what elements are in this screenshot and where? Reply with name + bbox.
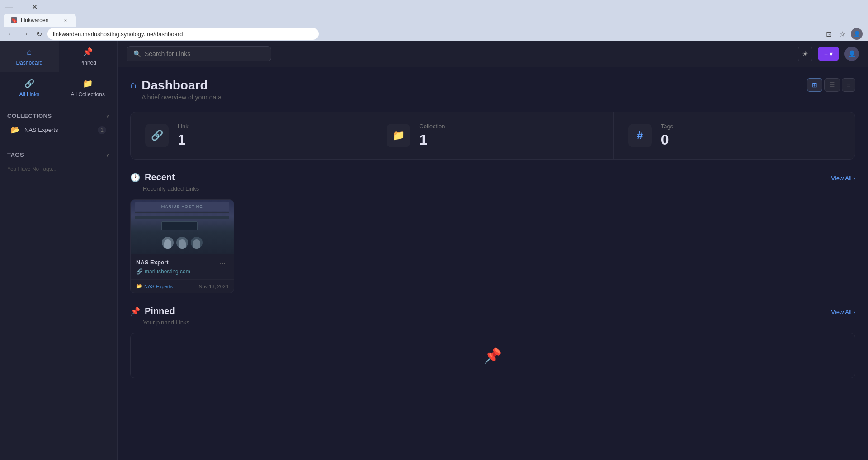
thumbnail-avatars [162, 237, 203, 249]
collection-folder-icon: 📂 [11, 126, 20, 134]
card-url: 🔗 mariushosting.com [136, 268, 228, 275]
main-content: 🔍 Search for Links ☀ + ▾ 👤 ⌂ Dashboard A… [118, 41, 868, 460]
collection-icon-small: 📂 [136, 283, 142, 289]
tags-section-header[interactable]: Tags ∨ [0, 149, 117, 161]
recent-heading: 🕐 Recent [130, 172, 175, 183]
window-restore-btn[interactable]: □ [18, 1, 26, 13]
thumbnail-image: MARIUS·HOSTING [131, 200, 234, 254]
window-close-btn[interactable]: ✕ [30, 1, 39, 13]
recent-cards-row: MARIUS·HOSTING [130, 199, 855, 293]
collections-chevron-icon: ∨ [106, 113, 110, 119]
sidebar-pinned-label: Pinned [80, 60, 96, 66]
pinned-icon: 📌 [130, 306, 140, 316]
page-header-text: Dashboard A brief overview of your data [142, 78, 222, 101]
browser-tab-active[interactable]: 🔖 Linkwarden × [4, 14, 76, 27]
stat-collections: 📁 Collection 1 [372, 112, 613, 159]
collection-count-badge: 1 [98, 126, 106, 134]
browser-title-bar: — □ ✕ [0, 0, 868, 14]
sidebar-all-links-label: All Links [19, 91, 39, 98]
link-card-nas-expert[interactable]: MARIUS·HOSTING [130, 199, 234, 293]
collections-section-title: Collections [7, 113, 52, 119]
tags-section-title: Tags [7, 151, 24, 158]
stat-tags-icon: # [628, 124, 652, 147]
recent-subtitle: Recently added Links [143, 185, 855, 192]
thumbnail-divider [135, 212, 229, 213]
pinned-view-all-btn[interactable]: View All › [831, 309, 855, 315]
browser-chrome: — □ ✕ 🔖 Linkwarden × ← → ↻ linkwarden.ma… [0, 0, 868, 41]
reload-btn[interactable]: ↻ [34, 28, 44, 40]
card-date: Nov 13, 2024 [199, 284, 228, 289]
tags-section: Tags ∨ You Have No Tags... [0, 143, 117, 182]
stat-link-value: 1 [178, 131, 189, 148]
stat-tags-label: Tags [661, 123, 673, 130]
link-small-icon: 🔗 [136, 268, 143, 275]
sidebar-item-all-collections[interactable]: 📁 All Collections [59, 72, 118, 104]
recent-clock-icon: 🕐 [130, 173, 140, 183]
sidebar: ⌂ Dashboard 📌 Pinned 🔗 All Links 📁 All C… [0, 41, 118, 460]
theme-toggle-btn[interactable]: ☀ [798, 47, 812, 61]
collections-section: Collections ∨ 📂 NAS Experts 1 [0, 104, 117, 143]
stat-collection-value: 1 [419, 131, 445, 148]
stat-link-label: Link [178, 123, 189, 130]
pinned-section: 📌 Pinned View All › Your pinned Links 📌 [130, 306, 855, 378]
pinned-heading: 📌 Pinned [130, 306, 175, 316]
app-container: ⌂ Dashboard 📌 Pinned 🔗 All Links 📁 All C… [0, 41, 868, 460]
topbar-actions: ☀ + ▾ 👤 [798, 47, 859, 61]
sidebar-item-all-links[interactable]: 🔗 All Links [0, 72, 59, 104]
recent-section: 🕐 Recent View All › Recently added Links [130, 172, 855, 293]
card-title: NAS Expert [136, 259, 169, 266]
address-bar-row: ← → ↻ linkwarden.mariushosting.synology.… [0, 27, 868, 41]
search-bar[interactable]: 🔍 Search for Links [127, 46, 271, 61]
search-icon: 🔍 [133, 50, 141, 57]
sidebar-item-dashboard[interactable]: ⌂ Dashboard [0, 41, 59, 72]
browser-actions: ⊡ ☆ 👤 [824, 28, 863, 40]
stat-collection-icon: 📁 [387, 124, 410, 147]
view-controls: ⊞ ☰ ≡ [807, 78, 855, 92]
home-icon: ⌂ [27, 47, 32, 57]
collections-section-header[interactable]: Collections ∨ [0, 110, 117, 122]
link-icon: 🔗 [24, 79, 34, 89]
page-header: ⌂ Dashboard A brief overview of your dat… [130, 78, 855, 101]
view-compact-btn[interactable]: ≡ [842, 78, 855, 92]
user-avatar[interactable]: 👤 [844, 47, 859, 61]
page-title: Dashboard [142, 78, 222, 93]
stat-links: 🔗 Link 1 [131, 112, 372, 159]
tab-favicon-icon: 🔖 [11, 17, 17, 23]
no-tags-text: You Have No Tags... [7, 166, 57, 172]
stat-link-icon: 🔗 [145, 124, 169, 147]
card-footer: 📂 NAS Experts Nov 13, 2024 [131, 279, 234, 293]
card-menu-btn[interactable]: ··· [217, 258, 228, 268]
browser-profile-avatar[interactable]: 👤 [851, 28, 863, 40]
add-btn[interactable]: + ▾ [818, 47, 839, 61]
back-btn[interactable]: ← [5, 28, 16, 40]
stat-link-info: Link 1 [178, 123, 189, 148]
address-bar[interactable]: linkwarden.mariushosting.synology.me/das… [47, 28, 319, 40]
pinned-chevron-right-icon: › [854, 309, 855, 315]
stat-tags-info: Tags 0 [661, 123, 673, 148]
forward-btn[interactable]: → [20, 28, 31, 40]
bookmark-btn[interactable]: ☆ [837, 28, 847, 40]
search-placeholder-text: Search for Links [145, 50, 190, 57]
large-pin-icon: 📌 [484, 347, 502, 364]
sidebar-nav-grid: ⌂ Dashboard 📌 Pinned 🔗 All Links 📁 All C… [0, 41, 117, 104]
screen-share-btn[interactable]: ⊡ [824, 28, 834, 40]
tab-close-btn[interactable]: × [62, 17, 69, 23]
user-avatar-icon: 👤 [848, 50, 856, 57]
window-minimize-btn[interactable]: — [4, 1, 14, 13]
card-body: NAS Expert ··· 🔗 mariushosting.com [131, 254, 234, 279]
folder-icon: 📁 [83, 79, 93, 89]
thumbnail-bar [161, 221, 198, 230]
collection-name: NAS Experts [24, 127, 93, 133]
recent-view-all-btn[interactable]: View All › [831, 175, 855, 182]
sidebar-item-pinned[interactable]: 📌 Pinned [59, 41, 118, 72]
address-text: linkwarden.mariushosting.synology.me/das… [53, 31, 183, 38]
collection-item-nas-experts[interactable]: 📂 NAS Experts 1 [4, 122, 113, 138]
pinned-subtitle: Your pinned Links [143, 319, 855, 326]
view-list-btn[interactable]: ☰ [824, 78, 840, 92]
tab-bar: 🔖 Linkwarden × [0, 14, 868, 27]
view-grid-btn[interactable]: ⊞ [807, 78, 822, 92]
topbar: 🔍 Search for Links ☀ + ▾ 👤 [118, 41, 868, 67]
stat-tags: # Tags 0 [614, 112, 855, 159]
thumbnail-row1 [135, 216, 229, 219]
dashboard-content: ⌂ Dashboard A brief overview of your dat… [118, 67, 868, 460]
